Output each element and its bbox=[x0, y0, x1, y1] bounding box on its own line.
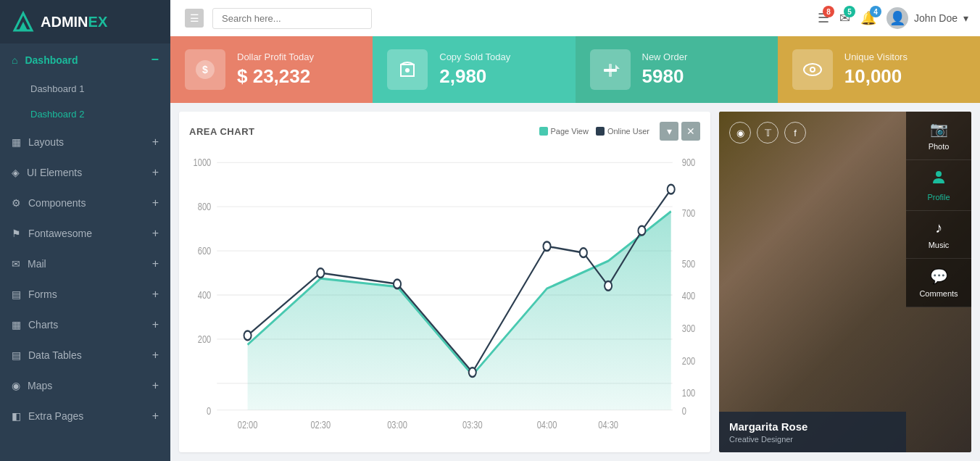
avatar: 👤 bbox=[886, 7, 908, 29]
logo[interactable]: ADMINEX bbox=[0, 0, 170, 43]
sidebar-item-dashboard2[interactable]: Dashboard 2 bbox=[0, 101, 170, 127]
forms-icon: ▤ bbox=[12, 288, 21, 300]
notifications-badge: 8 bbox=[823, 6, 834, 17]
svg-text:04:00: 04:00 bbox=[537, 420, 557, 431]
svg-text:02:30: 02:30 bbox=[310, 420, 331, 431]
facebook-icon[interactable]: f bbox=[784, 122, 806, 144]
profile-footer: Margarita Rose Creative Designer bbox=[719, 412, 906, 452]
profile-action-music[interactable]: ♪ Music bbox=[906, 211, 971, 259]
plus-icon: + bbox=[152, 349, 159, 362]
chart-container: AREA CHART Page View Online User ▾ ✕ bbox=[179, 112, 710, 452]
pageview-color bbox=[539, 127, 548, 136]
sidebar-item-components[interactable]: ⚙ Components + bbox=[0, 188, 170, 218]
music-label: Music bbox=[929, 241, 950, 249]
pinterest-icon[interactable]: ◉ bbox=[729, 122, 751, 144]
legend-pageview-label: Page View bbox=[551, 127, 589, 136]
hamburger-button[interactable]: ☰ bbox=[185, 9, 204, 28]
svg-point-45 bbox=[605, 281, 612, 291]
svg-text:0: 0 bbox=[682, 406, 686, 418]
copy-label: Copy Sold Today bbox=[439, 51, 510, 62]
home-icon: ⌂ bbox=[12, 54, 17, 66]
plus-icon: + bbox=[152, 257, 159, 270]
alerts-icon[interactable]: 🔔 4 bbox=[860, 10, 876, 26]
music-icon: ♪ bbox=[935, 220, 942, 236]
stats-row: $ Dollar Profit Today $ 23,232 Copy Sold… bbox=[170, 36, 980, 103]
svg-point-44 bbox=[580, 248, 587, 257]
notifications-icon[interactable]: ☰ 8 bbox=[818, 10, 829, 26]
extra-icon: ◧ bbox=[12, 410, 21, 422]
svg-text:400: 400 bbox=[682, 291, 695, 302]
stat-card-profit[interactable]: $ Dollar Profit Today $ 23,232 bbox=[170, 36, 373, 103]
stat-card-orders[interactable]: New Order 5980 bbox=[576, 36, 778, 103]
sidebar-item-layouts[interactable]: ▦ Layouts + bbox=[0, 127, 170, 157]
sidebar-item-maps[interactable]: ◉ Maps + bbox=[0, 370, 170, 401]
svg-point-47 bbox=[668, 185, 675, 194]
chart-collapse-button[interactable]: ▾ bbox=[660, 122, 678, 141]
svg-text:04:30: 04:30 bbox=[598, 420, 618, 431]
components-icon: ⚙ bbox=[12, 197, 21, 209]
sidebar-item-dashboard[interactable]: ⌂ Dashboard − bbox=[0, 43, 170, 76]
profit-value: $ 23,232 bbox=[237, 65, 314, 88]
sidebar-item-fontawesome[interactable]: ⚑ Fontawesome + bbox=[0, 218, 170, 249]
visitors-label: Unique Visitors bbox=[844, 51, 908, 62]
sidebar-item-dashboard1[interactable]: Dashboard 1 bbox=[0, 76, 170, 101]
svg-text:200: 200 bbox=[682, 356, 695, 367]
orders-icon bbox=[590, 49, 631, 90]
sidebar-item-ui-elements[interactable]: ◈ UI Elements + bbox=[0, 157, 170, 188]
search-input[interactable] bbox=[212, 8, 372, 29]
sidebar-item-data-tables[interactable]: ▤ Data Tables + bbox=[0, 340, 170, 370]
person-icon bbox=[931, 169, 947, 188]
legend-pageview: Page View bbox=[539, 127, 589, 136]
messages-icon[interactable]: ✉ 5 bbox=[839, 10, 850, 26]
plus-icon: + bbox=[152, 288, 159, 301]
dropdown-icon: ▾ bbox=[963, 12, 968, 24]
layouts-icon: ▦ bbox=[12, 136, 21, 148]
sidebar-nav: ⌂ Dashboard − Dashboard 1 Dashboard 2 ▦ … bbox=[0, 43, 170, 461]
sidebar-item-extra-pages[interactable]: ◧ Extra Pages + bbox=[0, 401, 170, 431]
sidebar-item-mail[interactable]: ✉ Mail + bbox=[0, 249, 170, 279]
plus-icon: + bbox=[152, 379, 159, 392]
legend-onlineuser-label: Online User bbox=[607, 127, 649, 136]
svg-text:600: 600 bbox=[198, 246, 211, 257]
mail-icon: ✉ bbox=[12, 258, 20, 270]
copy-icon bbox=[387, 49, 428, 90]
svg-text:200: 200 bbox=[198, 334, 211, 346]
twitter-icon[interactable]: 𝕋 bbox=[757, 122, 778, 144]
svg-text:900: 900 bbox=[682, 157, 695, 169]
svg-text:800: 800 bbox=[198, 202, 211, 213]
visitors-icon bbox=[792, 49, 833, 90]
logo-text: ADMINEX bbox=[41, 14, 107, 30]
svg-text:100: 100 bbox=[682, 387, 695, 399]
sidebar-item-label: Dashboard bbox=[25, 54, 78, 66]
profile-action-photo[interactable]: 📷 Photo bbox=[906, 112, 971, 160]
svg-rect-6 bbox=[609, 64, 612, 77]
profile-actions: 📷 Photo Profile ♪ Music bbox=[906, 112, 971, 307]
svg-point-4 bbox=[405, 68, 410, 72]
plus-icon: + bbox=[152, 136, 159, 149]
user-menu[interactable]: 👤 John Doe ▾ bbox=[886, 7, 968, 29]
profile-action-comments[interactable]: 💬 Comments bbox=[906, 259, 971, 307]
alerts-badge: 4 bbox=[870, 6, 881, 17]
stat-card-copy[interactable]: Copy Sold Today 2,980 bbox=[373, 36, 575, 103]
profile-label: Profile bbox=[927, 193, 950, 202]
orders-info: New Order 5980 bbox=[642, 51, 688, 88]
stat-card-visitors[interactable]: Unique Visitors 10,000 bbox=[778, 36, 980, 103]
sidebar-item-forms[interactable]: ▤ Forms + bbox=[0, 279, 170, 310]
profile-action-profile[interactable]: Profile bbox=[906, 160, 971, 211]
svg-point-48 bbox=[936, 171, 942, 177]
maps-icon: ◉ bbox=[12, 380, 20, 391]
profile-name: Margarita Rose bbox=[729, 420, 896, 433]
svg-text:1000: 1000 bbox=[194, 157, 212, 169]
chart-header: AREA CHART Page View Online User ▾ ✕ bbox=[189, 122, 700, 141]
profile-role: Creative Designer bbox=[729, 435, 896, 444]
svg-point-39 bbox=[244, 331, 252, 340]
svg-point-10 bbox=[811, 68, 814, 71]
profile-social-icons: ◉ 𝕋 f bbox=[729, 122, 806, 144]
profit-info: Dollar Profit Today $ 23,232 bbox=[237, 51, 314, 88]
svg-text:400: 400 bbox=[198, 290, 211, 302]
chart-close-button[interactable]: ✕ bbox=[681, 122, 700, 141]
collapse-icon: − bbox=[151, 52, 159, 67]
sidebar-item-charts[interactable]: ▦ Charts + bbox=[0, 310, 170, 340]
svg-text:02:00: 02:00 bbox=[238, 420, 258, 431]
plus-icon: + bbox=[152, 227, 159, 240]
